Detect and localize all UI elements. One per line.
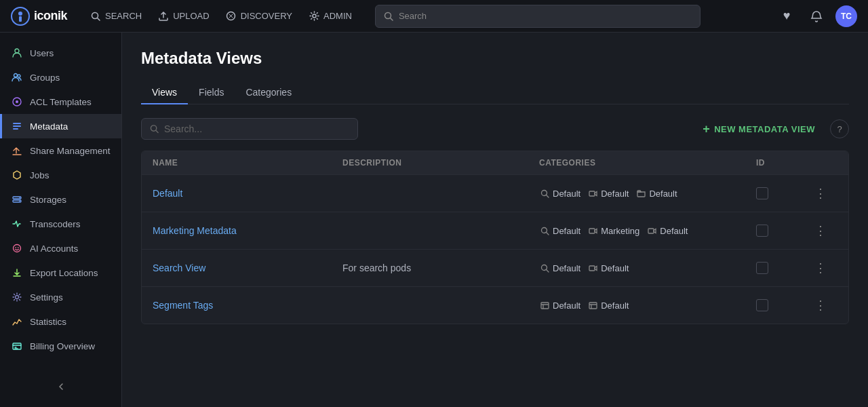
toolbar-right: + NEW METADATA VIEW ? — [696, 119, 849, 139]
page-title: Metadata Views — [141, 49, 849, 68]
sidebar-collapse-btn[interactable] — [0, 374, 121, 399]
table-search-icon — [150, 124, 159, 134]
row-name-segment[interactable]: Segment Tags — [153, 300, 342, 311]
cat-badge: Marketing — [587, 225, 639, 236]
storages-icon — [11, 193, 23, 206]
segment-cat-icon2 — [587, 300, 598, 311]
svg-line-26 — [156, 130, 158, 132]
folder-cat-icon — [635, 188, 646, 199]
sidebar-item-storages[interactable]: Storages — [0, 187, 121, 212]
sidebar-item-billing[interactable]: Billing Overview — [0, 334, 121, 358]
svg-point-12 — [18, 75, 20, 77]
help-btn[interactable]: ? — [830, 119, 849, 138]
select-checkbox[interactable] — [756, 262, 768, 274]
ai-icon — [11, 242, 23, 254]
table-search[interactable] — [141, 118, 358, 140]
col-actions — [810, 158, 837, 168]
sidebar-item-share[interactable]: Share Management — [0, 138, 121, 163]
svg-point-10 — [15, 49, 19, 53]
content-area: Metadata Views Views Fields Categories +… — [122, 33, 868, 407]
nav-search[interactable]: SEARCH — [83, 7, 149, 26]
global-search-input[interactable] — [399, 11, 692, 21]
row-more-btn[interactable]: ⋮ — [810, 298, 837, 313]
sidebar-label-acl: ACL Templates — [30, 97, 92, 107]
sidebar-item-users[interactable]: Users — [0, 41, 121, 65]
svg-rect-17 — [13, 128, 18, 130]
video-cat-icon — [587, 225, 598, 236]
cat-badge: Default — [539, 225, 580, 236]
global-search[interactable] — [375, 5, 701, 28]
svg-point-1 — [18, 12, 22, 16]
favorites-btn[interactable]: ♥ — [776, 5, 797, 27]
user-avatar[interactable]: TC — [835, 5, 857, 27]
svg-rect-32 — [589, 229, 595, 233]
cat-badge: Default — [646, 225, 688, 236]
tab-categories[interactable]: Categories — [235, 81, 302, 104]
row-more-btn[interactable]: ⋮ — [810, 223, 837, 238]
toolbar: + NEW METADATA VIEW ? — [141, 118, 849, 140]
sidebar-item-acl[interactable]: ACL Templates — [0, 90, 121, 114]
table-row: Search View For search pods Default Defa… — [142, 250, 848, 287]
topnav: iconik SEARCH UPLOAD DISCOVERY ADMIN — [0, 0, 868, 33]
table-row: Segment Tags Default Default — [142, 287, 848, 324]
select-checkbox[interactable] — [756, 187, 768, 199]
svg-rect-38 — [589, 303, 597, 309]
cat-badge: Default — [539, 263, 580, 273]
sidebar-label-metadata: Metadata — [30, 121, 68, 132]
nav-admin[interactable]: ADMIN — [302, 7, 359, 26]
plus-icon: + — [703, 123, 710, 135]
select-checkbox[interactable] — [756, 225, 768, 237]
sidebar-item-transcoders[interactable]: Transcoders — [0, 212, 121, 236]
nav-discovery[interactable]: DISCOVERY — [219, 7, 299, 26]
tab-views[interactable]: Views — [141, 81, 188, 104]
metadata-table: Name Description Categories ID Default D… — [141, 151, 849, 324]
row-cats-default: Default Default Default — [539, 188, 756, 199]
col-id: ID — [756, 158, 810, 168]
col-name: Name — [153, 158, 342, 168]
search-nav-icon — [90, 11, 101, 22]
tab-fields[interactable]: Fields — [188, 81, 235, 104]
new-metadata-view-btn[interactable]: + NEW METADATA VIEW — [696, 119, 822, 139]
sidebar-item-metadata[interactable]: Metadata — [0, 114, 121, 138]
row-name-default[interactable]: Default — [153, 188, 342, 199]
svg-rect-29 — [589, 191, 595, 196]
notifications-btn[interactable] — [806, 5, 827, 27]
svg-rect-37 — [541, 303, 549, 309]
sidebar-item-settings[interactable]: Settings — [0, 285, 121, 309]
sidebar-item-ai[interactable]: AI Accounts — [0, 236, 121, 260]
sidebar-label-settings: Settings — [30, 292, 63, 303]
svg-line-4 — [98, 18, 100, 20]
sidebar-item-export[interactable]: Export Locations — [0, 260, 121, 285]
select-checkbox[interactable] — [756, 299, 768, 311]
svg-point-21 — [19, 201, 20, 202]
main-layout: Users Groups ACL Templates Metadata Shar — [0, 33, 868, 407]
video-cat-icon — [587, 188, 598, 199]
jobs-icon — [11, 169, 23, 181]
row-more-btn[interactable]: ⋮ — [810, 260, 837, 275]
row-cats-searchview: Default Default — [539, 263, 756, 273]
discovery-nav-icon — [226, 11, 237, 22]
logo[interactable]: iconik — [11, 7, 67, 26]
sidebar-item-groups[interactable]: Groups — [0, 65, 121, 90]
nav-upload[interactable]: UPLOAD — [151, 7, 216, 26]
metadata-icon — [11, 120, 23, 132]
search-icon — [384, 12, 393, 21]
table-search-input[interactable] — [164, 123, 349, 134]
table-header: Name Description Categories ID — [142, 151, 848, 175]
sidebar-item-statistics[interactable]: Statistics — [0, 309, 121, 334]
row-more-btn[interactable]: ⋮ — [810, 186, 837, 201]
sidebar-label-storages: Storages — [30, 195, 66, 205]
billing-icon — [11, 340, 23, 352]
cat-badge: Default — [587, 188, 629, 199]
col-categories: Categories — [539, 158, 756, 168]
row-name-marketing[interactable]: Marketing Metadata — [153, 225, 342, 236]
row-name-searchview[interactable]: Search View — [153, 263, 342, 273]
search-cat-icon — [539, 263, 550, 273]
sidebar-label-export: Export Locations — [30, 268, 98, 278]
svg-point-22 — [14, 245, 21, 252]
sidebar-item-jobs[interactable]: Jobs — [0, 163, 121, 187]
tabs: Views Fields Categories — [141, 81, 849, 104]
share-icon — [11, 144, 23, 157]
svg-line-31 — [546, 232, 549, 235]
sidebar-label-share: Share Management — [30, 146, 111, 156]
